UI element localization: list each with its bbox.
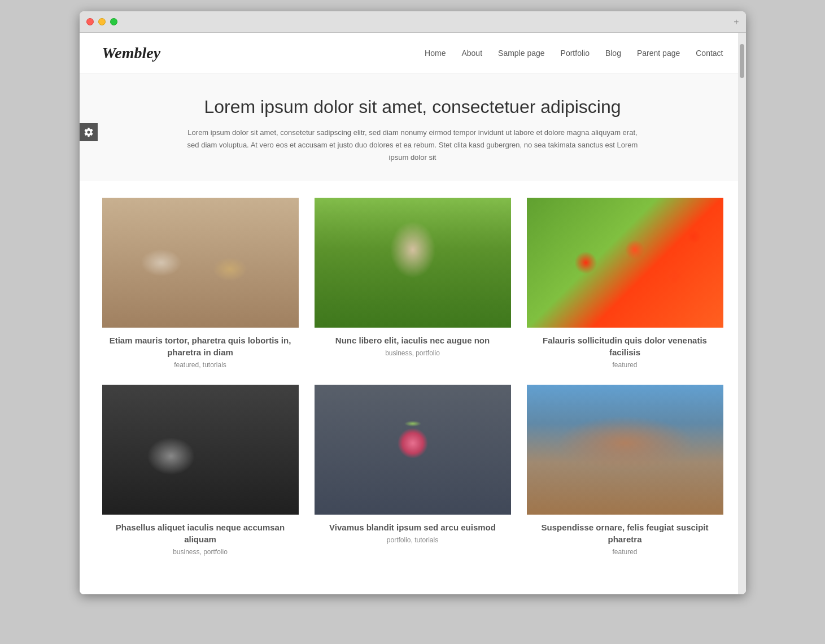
close-button[interactable] — [86, 18, 94, 25]
grid-row-1: Phasellus aliquet iaculis neque accumsan… — [102, 385, 723, 556]
settings-gear-button[interactable] — [80, 123, 98, 141]
hero-text: Lorem ipsum dolor sit amet, consetetur s… — [187, 127, 639, 164]
grid-item[interactable]: Nunc libero elit, iaculis nec augue nonb… — [315, 198, 511, 369]
item-title: Nunc libero elit, iaculis nec augue non — [315, 334, 511, 346]
site-header: Wembley HomeAboutSample pagePortfolioBlo… — [80, 33, 746, 74]
browser-titlebar: + — [80, 11, 746, 33]
grid-item[interactable]: Phasellus aliquet iaculis neque accumsan… — [102, 385, 299, 556]
hero-title: Lorem ipsum dolor sit amet, consectetuer… — [125, 97, 701, 118]
item-tags: business, portfolio — [102, 548, 299, 556]
nav-item-portfolio[interactable]: Portfolio — [561, 49, 590, 58]
item-tags: featured — [527, 548, 723, 556]
scrollbar[interactable] — [738, 33, 746, 594]
item-title: Falauris sollicitudin quis dolor venenat… — [527, 334, 723, 358]
browser-buttons — [86, 18, 117, 25]
item-title: Phasellus aliquet iaculis neque accumsan… — [102, 521, 299, 545]
expand-icon[interactable]: + — [734, 17, 739, 27]
nav-item-blog[interactable]: Blog — [605, 49, 621, 58]
item-title: Etiam mauris tortor, pharetra quis lobor… — [102, 334, 299, 358]
item-image — [102, 198, 299, 328]
item-tags: featured — [527, 361, 723, 369]
nav-item-sample-page[interactable]: Sample page — [498, 49, 545, 58]
grid-item[interactable]: Falauris sollicitudin quis dolor venenat… — [527, 198, 723, 369]
scrollbar-thumb[interactable] — [740, 44, 744, 78]
item-image — [315, 198, 511, 328]
item-tags: business, portfolio — [315, 349, 511, 357]
item-image — [527, 198, 723, 328]
item-image — [315, 385, 511, 515]
nav-item-contact[interactable]: Contact — [696, 49, 723, 58]
item-tags: portfolio, tutorials — [315, 536, 511, 544]
item-image — [102, 385, 299, 515]
site-logo[interactable]: Wembley — [102, 44, 161, 62]
grid-item[interactable]: Vivamus blandit ipsum sed arcu euismodpo… — [315, 385, 511, 556]
item-tags: featured, tutorials — [102, 361, 299, 369]
main-nav: HomeAboutSample pagePortfolioBlogParent … — [425, 48, 723, 58]
browser-window: + Wembley HomeAboutSample pagePortfolioB… — [80, 11, 746, 594]
nav-item-about[interactable]: About — [461, 49, 482, 58]
grid-row-0: Etiam mauris tortor, pharetra quis lobor… — [102, 198, 723, 369]
nav-item-parent-page[interactable]: Parent page — [637, 49, 680, 58]
grid-item[interactable]: Suspendisse ornare, felis feugiat suscip… — [527, 385, 723, 556]
item-image — [527, 385, 723, 515]
grid-item[interactable]: Etiam mauris tortor, pharetra quis lobor… — [102, 198, 299, 369]
minimize-button[interactable] — [98, 18, 106, 25]
portfolio-grid: Etiam mauris tortor, pharetra quis lobor… — [80, 181, 746, 594]
item-title: Vivamus blandit ipsum sed arcu euismod — [315, 521, 511, 533]
hero-section: Lorem ipsum dolor sit amet, consectetuer… — [80, 74, 746, 181]
maximize-button[interactable] — [110, 18, 117, 25]
item-title: Suspendisse ornare, felis feugiat suscip… — [527, 521, 723, 545]
browser-content: Wembley HomeAboutSample pagePortfolioBlo… — [80, 33, 746, 594]
nav-item-home[interactable]: Home — [425, 49, 446, 58]
gear-icon — [84, 127, 94, 137]
